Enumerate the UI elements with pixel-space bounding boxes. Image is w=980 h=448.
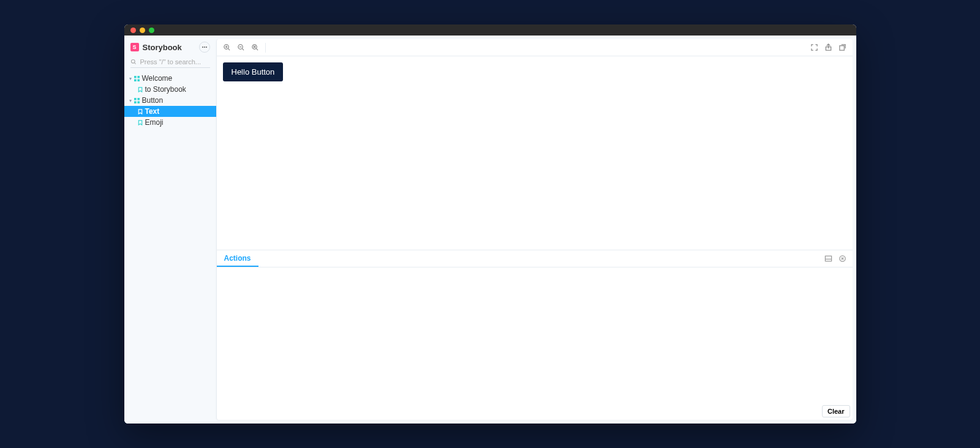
caret-down-icon: ▾ [128,76,133,81]
tree-story-label: to Storybook [145,85,186,94]
app-window: S Storybook ▾ [124,24,856,424]
share-icon[interactable] [824,43,832,51]
open-external-icon[interactable] [839,43,846,51]
tree-story-label: Emoji [145,118,164,127]
tree-story-text[interactable]: Text [124,106,216,117]
search-icon [130,59,137,65]
addons-body: Clear [217,267,853,420]
zoom-out-icon[interactable] [237,43,245,51]
tree-group-label: Button [142,96,164,105]
app-body: S Storybook ▾ [124,35,856,424]
svg-rect-5 [134,76,137,78]
sidebar-header: S Storybook [124,39,216,56]
toolbar-left [223,43,266,53]
main-panel: Hello Button Actions [216,39,853,420]
svg-line-18 [242,48,244,50]
svg-rect-25 [839,46,843,50]
panel-position-icon[interactable] [824,255,832,263]
hello-button[interactable]: Hello Button [223,62,284,81]
tree-group-label: Welcome [142,74,173,83]
svg-rect-26 [825,256,831,261]
tree-story-label: Text [145,107,160,116]
bookmark-icon [138,87,143,92]
svg-line-4 [134,62,135,64]
search-input[interactable] [140,58,210,65]
svg-rect-10 [137,98,140,100]
svg-point-0 [202,47,203,48]
story-tree: ▾ Welcome to Storybook ▾ [124,73,216,128]
search-wrap [124,56,216,73]
svg-rect-11 [134,101,137,103]
svg-rect-7 [134,79,137,81]
toolbar-separator [265,43,266,53]
search[interactable] [130,56,210,68]
zoom-in-icon[interactable] [223,43,231,51]
tree-story-to-storybook[interactable]: to Storybook [124,84,216,95]
tree-group-welcome[interactable]: ▾ Welcome [124,73,216,84]
caret-down-icon: ▾ [128,98,133,103]
svg-rect-9 [134,98,137,100]
bookmark-icon [138,109,143,114]
preview-toolbar [217,39,853,56]
brand: S Storybook [130,43,182,52]
svg-rect-6 [137,76,140,78]
toolbar-right [810,43,846,51]
tree-story-emoji[interactable]: Emoji [124,117,216,128]
window-zoom-dot[interactable] [149,28,154,33]
addons-panel: Actions Clear [217,250,853,420]
addons-tabs: Actions [217,250,853,267]
window-close-dot[interactable] [130,28,136,33]
zoom-reset-icon[interactable] [251,43,259,51]
svg-rect-12 [137,101,140,103]
component-icon [134,98,140,103]
storybook-logo-icon: S [130,43,139,51]
tab-actions[interactable]: Actions [217,250,258,267]
story-canvas: Hello Button [217,56,853,250]
mac-titlebar [124,24,856,35]
svg-line-14 [228,48,230,50]
clear-actions-button[interactable]: Clear [822,405,850,417]
window-minimize-dot[interactable] [140,28,145,33]
close-panel-icon[interactable] [839,255,846,263]
sidebar-menu-button[interactable] [199,42,210,53]
svg-point-2 [206,47,207,48]
tree-group-button[interactable]: ▾ Button [124,95,216,106]
component-icon [134,76,140,81]
sidebar: S Storybook ▾ [124,35,216,424]
brand-title: Storybook [143,43,182,52]
svg-point-3 [131,59,135,63]
svg-line-21 [256,48,258,50]
svg-point-1 [204,47,205,48]
svg-rect-8 [137,79,140,81]
fullscreen-icon[interactable] [810,43,818,51]
bookmark-icon [138,120,143,125]
